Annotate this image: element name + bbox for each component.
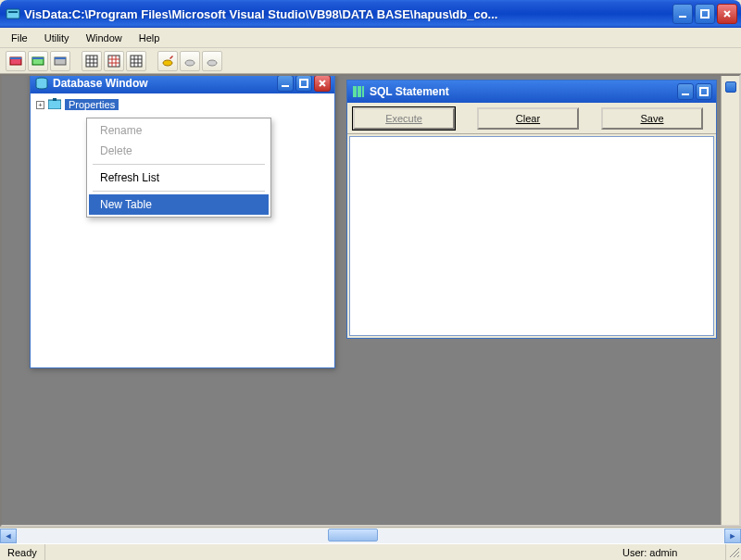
menu-file[interactable]: File xyxy=(4,31,35,45)
svg-rect-10 xyxy=(86,56,97,67)
menu-help[interactable]: Help xyxy=(132,31,168,45)
svg-rect-20 xyxy=(700,88,708,95)
node-icon xyxy=(48,98,61,111)
sql-minimize-button[interactable] xyxy=(677,83,694,100)
scroll-track[interactable] xyxy=(17,529,724,543)
database-window: Database Window + Properties Rename Dele… xyxy=(30,74,335,368)
svg-rect-18 xyxy=(362,86,364,97)
context-separator xyxy=(93,164,265,165)
toolbar-btn-3[interactable] xyxy=(50,51,70,71)
sql-toolbar: Execute Clear Save xyxy=(347,103,716,134)
sql-titlebar[interactable]: SQL Statement xyxy=(347,81,716,103)
status-ready: Ready xyxy=(0,544,45,560)
sql-textarea[interactable] xyxy=(349,136,714,336)
db-tree[interactable]: + Properties Rename Delete Refresh List … xyxy=(31,93,334,367)
menubar: File Utility Window Help xyxy=(0,28,741,48)
svg-rect-5 xyxy=(10,57,21,59)
db-maximize-button[interactable] xyxy=(295,75,312,92)
svg-rect-3 xyxy=(701,10,709,18)
svg-point-14 xyxy=(185,60,195,66)
clear-button[interactable]: Clear xyxy=(477,107,579,130)
svg-rect-12 xyxy=(131,56,142,67)
svg-rect-19 xyxy=(682,93,689,95)
sql-maximize-button[interactable] xyxy=(696,83,712,100)
app-icon xyxy=(6,6,20,21)
toolbar-btn-7[interactable] xyxy=(157,51,178,71)
right-scroll-gutter xyxy=(721,76,739,525)
menu-utility[interactable]: Utility xyxy=(37,31,77,45)
status-user: User: admin xyxy=(615,544,726,560)
mdi-workspace: SQL Statement Execute Clear Save Databas… xyxy=(0,74,741,527)
toolbar-btn-8[interactable] xyxy=(180,51,200,71)
context-rename: Rename xyxy=(89,120,269,141)
menu-window[interactable]: Window xyxy=(79,31,130,45)
main-titlebar: VisData:C:\Program Files\Microsoft Visua… xyxy=(0,0,741,28)
sql-statement-window: SQL Statement Execute Clear Save xyxy=(346,80,717,339)
sql-icon xyxy=(351,84,366,99)
svg-rect-0 xyxy=(6,9,19,19)
expand-icon[interactable]: + xyxy=(36,101,44,109)
db-title: Database Window xyxy=(53,77,277,90)
svg-rect-11 xyxy=(108,56,119,67)
context-new-table[interactable]: New Table xyxy=(89,194,269,215)
svg-rect-23 xyxy=(300,80,308,87)
close-button[interactable] xyxy=(717,4,737,24)
svg-rect-24 xyxy=(48,100,61,109)
minimize-button[interactable] xyxy=(672,4,693,24)
svg-rect-7 xyxy=(32,57,44,59)
svg-point-13 xyxy=(163,60,172,66)
svg-rect-9 xyxy=(55,57,66,59)
context-menu: Rename Delete Refresh List New Table xyxy=(86,118,271,218)
window-controls xyxy=(672,4,737,24)
toolbar-btn-9[interactable] xyxy=(202,51,222,71)
horizontal-scrollbar[interactable]: ◄ ► xyxy=(0,527,741,543)
svg-point-15 xyxy=(207,60,217,66)
execute-button[interactable]: Execute xyxy=(353,107,455,130)
save-button[interactable]: Save xyxy=(601,107,703,130)
db-titlebar[interactable]: Database Window xyxy=(31,74,334,93)
toolbar xyxy=(0,48,741,74)
toolbar-btn-4[interactable] xyxy=(82,51,102,71)
tree-node-label: Properties xyxy=(65,99,119,110)
maximize-button[interactable] xyxy=(695,4,715,24)
svg-rect-2 xyxy=(679,16,686,18)
svg-rect-16 xyxy=(353,86,357,97)
scroll-left-button[interactable]: ◄ xyxy=(0,529,17,543)
svg-rect-1 xyxy=(8,11,18,13)
resize-grip[interactable] xyxy=(726,546,741,559)
svg-rect-22 xyxy=(282,85,289,87)
scroll-right-button[interactable]: ► xyxy=(724,529,741,543)
statusbar: Ready User: admin xyxy=(0,543,741,560)
db-minimize-button[interactable] xyxy=(277,75,294,92)
toolbar-btn-2[interactable] xyxy=(28,51,48,71)
svg-rect-17 xyxy=(358,86,361,97)
context-separator xyxy=(93,191,265,192)
db-close-button[interactable] xyxy=(314,75,331,92)
window-title: VisData:C:\Program Files\Microsoft Visua… xyxy=(24,7,672,21)
scroll-thumb[interactable] xyxy=(328,529,378,541)
sql-title: SQL Statement xyxy=(370,85,677,98)
toolbar-btn-1[interactable] xyxy=(6,51,26,71)
toolbar-btn-6[interactable] xyxy=(126,51,146,71)
svg-rect-25 xyxy=(53,98,57,101)
context-delete: Delete xyxy=(89,141,269,161)
context-refresh-list[interactable]: Refresh List xyxy=(89,168,269,188)
toolbar-btn-5[interactable] xyxy=(104,51,124,71)
database-icon xyxy=(34,76,49,91)
tree-node-properties[interactable]: + Properties xyxy=(36,97,329,112)
scroll-up-button[interactable] xyxy=(725,81,736,93)
